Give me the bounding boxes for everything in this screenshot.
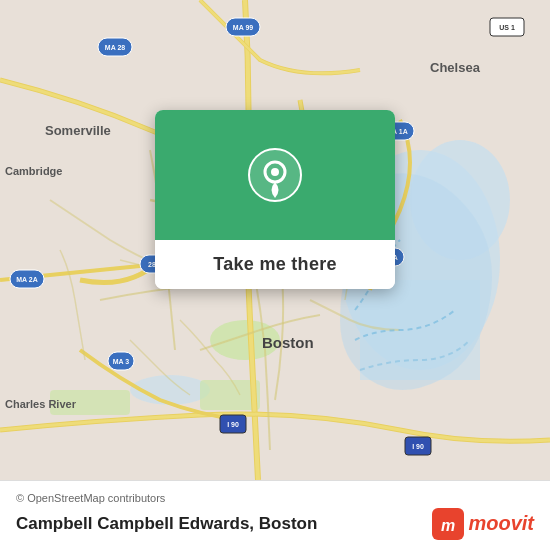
moovit-icon-svg: m <box>432 508 464 540</box>
popup-green-area <box>155 110 395 240</box>
moovit-logo: m moovit <box>432 508 534 540</box>
svg-text:I 90: I 90 <box>227 421 239 428</box>
moovit-text: moovit <box>468 512 534 535</box>
svg-text:Cambridge: Cambridge <box>5 165 62 177</box>
location-label: Campbell Campbell Edwards, Boston <box>16 514 317 534</box>
svg-text:US 1: US 1 <box>499 24 515 31</box>
location-pin-icon <box>248 148 302 202</box>
popup-card: Take me there <box>155 110 395 289</box>
svg-text:MA 2A: MA 2A <box>16 276 38 283</box>
svg-text:m: m <box>441 517 455 534</box>
bottom-row: Campbell Campbell Edwards, Boston m moov… <box>16 508 534 540</box>
attribution-text: © OpenStreetMap contributors <box>16 492 534 504</box>
popup-button-area[interactable]: Take me there <box>155 240 395 289</box>
svg-text:Somerville: Somerville <box>45 123 111 138</box>
svg-text:Charles River: Charles River <box>5 398 77 410</box>
svg-text:Chelsea: Chelsea <box>430 60 481 75</box>
svg-text:MA 28: MA 28 <box>105 44 125 51</box>
bottom-bar: © OpenStreetMap contributors Campbell Ca… <box>0 480 550 550</box>
map-container[interactable]: US 1 28 MA 28 MA 99 I 93 US 1 MA 1A MA 1… <box>0 0 550 480</box>
svg-text:Boston: Boston <box>262 334 314 351</box>
svg-point-41 <box>271 168 279 176</box>
svg-text:MA 3: MA 3 <box>113 358 130 365</box>
take-me-there-button[interactable]: Take me there <box>213 254 337 275</box>
svg-text:I 90: I 90 <box>412 443 424 450</box>
svg-text:MA 99: MA 99 <box>233 24 253 31</box>
